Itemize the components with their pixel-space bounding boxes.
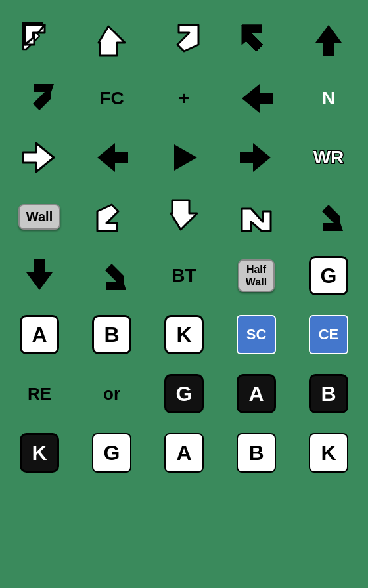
black-play-arrow [164, 138, 204, 177]
k-thin-white-square: K [309, 433, 348, 472]
svg-marker-15 [97, 205, 118, 231]
g-black-square: G [164, 374, 204, 413]
g-white-square: G [309, 256, 348, 295]
sc-blue-square: SC [237, 315, 276, 354]
cell-r1c1 [10, 13, 69, 66]
cell-r6c5: CE [299, 308, 358, 361]
cell-r2c5: N [299, 72, 358, 125]
cell-r4c4 [227, 190, 286, 243]
cell-r3c1 [10, 131, 69, 184]
svg-marker-8 [315, 25, 342, 56]
cell-r6c4: SC [227, 308, 286, 361]
cell-r1c5 [299, 13, 358, 66]
n-label: N [322, 88, 335, 109]
white-sw2-arrow [237, 197, 276, 236]
b-white-square: B [92, 315, 131, 354]
svg-marker-9 [33, 84, 54, 110]
svg-marker-4 [99, 26, 125, 56]
cell-r3c3 [154, 131, 214, 184]
wr-label: WR [313, 147, 344, 168]
cell-r8c2: G [82, 427, 141, 479]
cell-r2c2: FC [82, 72, 141, 125]
a-white-square: A [20, 315, 59, 354]
svg-marker-19 [26, 259, 53, 290]
cell-r6c1: A [10, 308, 69, 361]
svg-marker-20 [105, 264, 126, 290]
or-label: or [103, 384, 120, 404]
cell-r6c3: K [154, 308, 214, 361]
cell-r5c5: G [299, 249, 358, 302]
black-se2-arrow [92, 256, 131, 295]
cell-r3c5: WR [299, 131, 358, 184]
re-label: RE [28, 384, 51, 404]
svg-marker-13 [174, 144, 197, 171]
cell-r5c4[interactable]: HalfWall [227, 249, 286, 302]
wall-key[interactable]: Wall [18, 204, 60, 230]
cell-r2c3: + [154, 72, 214, 125]
cell-r7c4: A [227, 368, 286, 420]
black-se-arrow [309, 197, 348, 236]
svg-marker-10 [242, 84, 273, 113]
white-s-arrow [164, 197, 204, 236]
k-white-square: K [164, 315, 204, 354]
cell-r1c2 [82, 13, 141, 66]
bt-label: BT [172, 265, 196, 286]
black-ne-arrow [20, 79, 59, 118]
b-black-square: B [309, 374, 348, 413]
white-e-arrow [20, 138, 59, 177]
cell-r6c2: B [82, 308, 141, 361]
black-e-arrow [237, 138, 276, 177]
cell-r4c5 [299, 190, 358, 243]
svg-marker-14 [240, 143, 271, 172]
svg-marker-12 [97, 143, 128, 172]
svg-marker-11 [23, 143, 54, 172]
k-black-square: K [20, 433, 59, 472]
cell-r4c2 [82, 190, 141, 243]
g-thin-white-square: G [92, 433, 131, 472]
black-w-arrow2 [92, 138, 131, 177]
a-black-square: A [237, 374, 276, 413]
cell-r8c4: B [227, 427, 286, 479]
cell-r7c5: B [299, 368, 358, 420]
cell-r7c2: or [82, 368, 141, 420]
icon-grid: FC + N WR Wall [7, 13, 361, 479]
svg-marker-18 [322, 205, 343, 231]
cell-r4c1[interactable]: Wall [10, 190, 69, 243]
svg-marker-16 [171, 200, 197, 230]
black-nw-arrow [237, 20, 276, 59]
fc-label: FC [99, 88, 124, 109]
cell-r2c1 [10, 72, 69, 125]
svg-marker-17 [242, 209, 271, 231]
white-nw-arrow [20, 20, 59, 59]
white-sw-arrow [92, 197, 131, 236]
cell-r1c4 [227, 13, 286, 66]
b-thin-white-square: B [237, 433, 276, 472]
svg-marker-5 [177, 25, 198, 51]
cell-r8c1: K [10, 427, 69, 479]
ce-blue-square: CE [309, 315, 348, 354]
half-wall-key[interactable]: HalfWall [238, 259, 275, 292]
black-w-arrow [237, 79, 276, 118]
cell-r1c3 [154, 13, 214, 66]
cell-r2c4 [227, 72, 286, 125]
cell-r3c2 [82, 131, 141, 184]
cell-r5c3: BT [154, 249, 214, 302]
black-n-arrow [309, 20, 348, 59]
cell-r5c2 [82, 249, 141, 302]
cell-r4c3 [154, 190, 214, 243]
a-thin-white-square: A [164, 433, 204, 472]
white-n-arrow [92, 20, 131, 59]
cell-r7c1: RE [10, 368, 69, 420]
white-ne-arrow [164, 20, 204, 59]
black-s-arrow [20, 256, 59, 295]
cell-r3c4 [227, 131, 286, 184]
cell-r8c3: A [154, 427, 214, 479]
cell-r7c3: G [154, 368, 214, 420]
cell-r5c1 [10, 249, 69, 302]
cell-r8c5: K [299, 427, 358, 479]
plus-label: + [179, 88, 189, 109]
